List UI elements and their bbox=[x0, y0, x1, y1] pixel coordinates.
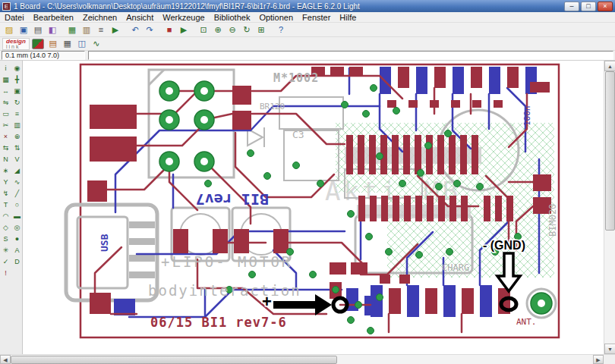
maximize-button[interactable]: □ bbox=[581, 2, 596, 11]
label-date-revision: 06/15 BI1 rev7-6 bbox=[150, 315, 287, 330]
close-button[interactable]: × bbox=[598, 2, 613, 11]
paste-tool[interactable]: ▥ bbox=[11, 119, 23, 130]
label-c3: C3 bbox=[292, 129, 304, 140]
redo-icon[interactable]: ↷ bbox=[143, 24, 156, 36]
run-ulp-icon[interactable]: ▶ bbox=[109, 24, 122, 36]
show-tool[interactable]: ◉ bbox=[11, 62, 23, 74]
pinswap-tool[interactable]: ⇆ bbox=[0, 142, 11, 153]
label-bi1-rev7: BI1 rev7 bbox=[196, 190, 269, 209]
change-tool[interactable]: ≡ bbox=[11, 108, 23, 119]
command-line-input[interactable] bbox=[88, 51, 613, 60]
split-tool[interactable]: Y bbox=[0, 176, 11, 187]
go-icon[interactable]: ▶ bbox=[177, 24, 191, 36]
delete-tool[interactable]: × bbox=[0, 130, 11, 142]
help-icon[interactable]: ? bbox=[274, 24, 288, 36]
vertical-scrollbar[interactable]: ▲ ▼ bbox=[604, 61, 615, 354]
copy-tool[interactable]: ▣ bbox=[11, 85, 23, 96]
menu-datei[interactable]: Datei bbox=[0, 12, 29, 23]
scroll-left-button[interactable]: ◀ bbox=[0, 355, 11, 364]
smash-tool[interactable]: ∗ bbox=[0, 165, 11, 176]
signal-tool[interactable]: S bbox=[0, 233, 11, 244]
zoom-redraw-icon[interactable]: ↻ bbox=[240, 24, 254, 36]
circle-tool[interactable]: ○ bbox=[11, 199, 23, 210]
hole-tool[interactable]: ● bbox=[11, 233, 23, 244]
label-bodyinteraction: bodyinteraction bbox=[148, 282, 301, 299]
print-icon[interactable]: ▤ bbox=[31, 24, 45, 36]
board-canvas[interactable]: Akti MB bbox=[23, 61, 604, 354]
main-toolbar: ▨▣▤◧▦▥≡▶↶↷■▶⊡⊕⊖↻⊞? bbox=[0, 23, 615, 37]
scroll-up-button[interactable]: ▲ bbox=[604, 61, 615, 71]
name-tool[interactable]: N bbox=[0, 153, 11, 165]
annotation-plus: + bbox=[262, 292, 272, 311]
display-tool[interactable]: ▦ bbox=[0, 74, 11, 85]
designlink-logo[interactable]: design link bbox=[2, 38, 30, 50]
errors-tool[interactable]: ! bbox=[0, 267, 11, 278]
cut-tool[interactable]: ✂ bbox=[0, 119, 11, 130]
value-tool[interactable]: V bbox=[11, 153, 23, 165]
arc-tool[interactable]: ◠ bbox=[0, 210, 11, 221]
mark-tool[interactable]: ╋ bbox=[11, 74, 23, 85]
horizontal-scrollbar[interactable]: ◀ ▶ bbox=[0, 354, 615, 364]
zoom-out-icon[interactable]: ⊖ bbox=[226, 24, 239, 36]
scroll-right-button[interactable]: ▶ bbox=[593, 355, 604, 364]
horizontal-scroll-thumb[interactable] bbox=[11, 356, 337, 364]
open-icon[interactable]: ▨ bbox=[2, 24, 16, 36]
menu-hilfe[interactable]: Hilfe bbox=[335, 12, 361, 23]
label-100n: 100n bbox=[522, 106, 532, 127]
library-icon[interactable]: ▥ bbox=[80, 24, 93, 36]
label-ant: ANT. bbox=[516, 317, 537, 327]
menu-zeichnen[interactable]: Zeichnen bbox=[78, 12, 121, 23]
erc-tool[interactable]: ✓ bbox=[0, 256, 11, 267]
menu-ansicht[interactable]: Ansicht bbox=[121, 12, 158, 23]
zoom-in-icon[interactable]: ⊕ bbox=[211, 24, 225, 36]
scroll-down-button[interactable]: ▼ bbox=[604, 344, 615, 354]
layer-settings-icon[interactable]: ▤ bbox=[46, 38, 60, 50]
display-layers-icon[interactable]: ◫ bbox=[75, 38, 89, 50]
menu-bibliothek[interactable]: Bibliothek bbox=[210, 12, 255, 23]
replace-tool[interactable]: ⇅ bbox=[11, 142, 23, 153]
miter-tool[interactable]: ◢ bbox=[11, 165, 23, 176]
minimize-button[interactable]: – bbox=[564, 2, 579, 11]
rotate-tool[interactable]: ↻ bbox=[11, 96, 23, 108]
cam-processor-icon[interactable]: ◧ bbox=[46, 24, 59, 36]
label-m1002: M*1002 bbox=[273, 71, 319, 85]
annotation-gnd: - (GND) bbox=[483, 239, 525, 252]
label-br120: BR120 bbox=[260, 102, 285, 111]
pcb-service-icon[interactable] bbox=[32, 39, 44, 49]
coordinate-bar: 0.1 mm (14.0 7.0) bbox=[0, 51, 615, 61]
scrollbar-corner bbox=[604, 355, 615, 364]
info-tool[interactable]: i bbox=[0, 62, 11, 74]
grid-icon[interactable]: ▦ bbox=[61, 38, 74, 50]
menu-fenster[interactable]: Fenster bbox=[298, 12, 335, 23]
group-tool[interactable]: ▭ bbox=[0, 108, 11, 119]
vertical-scroll-thumb[interactable] bbox=[605, 71, 615, 231]
coordinate-display: 0.1 mm (14.0 7.0) bbox=[2, 51, 85, 60]
rect-tool[interactable]: ▬ bbox=[11, 210, 23, 221]
tool-palette: i◉▦╋↔▣⇋↻▭≡✂▥×⊕⇆⇅NV∗◢Y∿↯╱T○◠▬◇◎S●✳A✓D! bbox=[0, 61, 23, 354]
zoom-select-icon[interactable]: ⊞ bbox=[254, 24, 268, 36]
route-setup-icon[interactable]: ∿ bbox=[90, 38, 103, 50]
via-tool[interactable]: ◎ bbox=[11, 221, 23, 233]
board-schematic-icon[interactable]: ▦ bbox=[65, 24, 79, 36]
pcb-drawing[interactable]: Akti MB bbox=[23, 61, 604, 354]
undo-icon[interactable]: ↶ bbox=[128, 24, 142, 36]
ripup-tool[interactable]: ↯ bbox=[0, 187, 11, 199]
add-tool[interactable]: ⊕ bbox=[11, 130, 23, 142]
stop-icon[interactable]: ■ bbox=[162, 24, 176, 36]
menu-bearbeiten[interactable]: Bearbeiten bbox=[29, 12, 78, 23]
zoom-fit-icon[interactable]: ⊡ bbox=[197, 24, 210, 36]
text-tool[interactable]: T bbox=[0, 199, 11, 210]
drc-tool[interactable]: D bbox=[11, 256, 23, 267]
mirror-tool[interactable]: ⇋ bbox=[0, 96, 11, 108]
script-icon[interactable]: ≡ bbox=[94, 24, 108, 36]
ratsnest-tool[interactable]: ✳ bbox=[0, 244, 11, 256]
optimize-tool[interactable]: ∿ bbox=[11, 176, 23, 187]
menu-werkzeuge[interactable]: Werkzeuge bbox=[158, 12, 209, 23]
save-icon[interactable]: ▣ bbox=[17, 24, 30, 36]
polygon-tool[interactable]: ◇ bbox=[0, 221, 11, 233]
label-lipo-motor: +LIPO- MOTOR bbox=[161, 253, 292, 270]
move-tool[interactable]: ↔ bbox=[0, 85, 11, 96]
menu-optionen[interactable]: Optionen bbox=[254, 12, 298, 23]
auto-tool[interactable]: A bbox=[11, 244, 23, 256]
wire-tool[interactable]: ╱ bbox=[11, 187, 23, 199]
